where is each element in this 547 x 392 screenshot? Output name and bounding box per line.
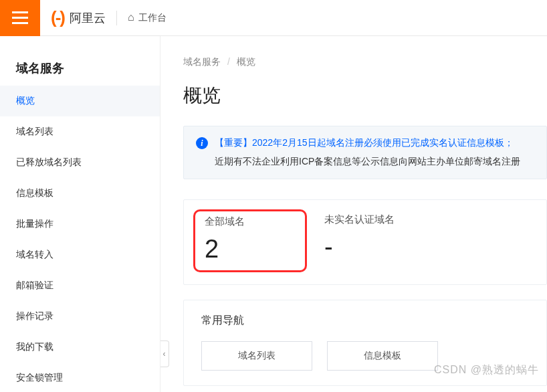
quick-nav-templates[interactable]: 信息模板 xyxy=(327,341,438,371)
sidebar-item-security-lock[interactable]: 安全锁管理 xyxy=(0,363,160,392)
stats-card: 全部域名 2 未实名认证域名 - xyxy=(183,199,547,285)
sidebar-item-domain-list[interactable]: 域名列表 xyxy=(0,116,160,147)
stat-value: - xyxy=(324,233,529,262)
stat-unverified-domains[interactable]: 未实名认证域名 - xyxy=(307,213,546,268)
sidebar-item-overview[interactable]: 概览 xyxy=(0,86,160,116)
logo-icon: (-) xyxy=(51,7,64,28)
quick-nav-card: 常用导航 域名列表 信息模板 xyxy=(183,300,547,386)
body: 域名服务 概览 域名列表 已释放域名列表 信息模板 批量操作 域名转入 邮箱验证… xyxy=(0,36,547,392)
collapse-handle[interactable]: ‹ xyxy=(160,340,169,367)
sidebar-item-downloads[interactable]: 我的下载 xyxy=(0,332,160,363)
breadcrumb-root[interactable]: 域名服务 xyxy=(183,56,221,67)
logo-text: 阿里云 xyxy=(70,10,106,26)
stat-total-domains[interactable]: 全部域名 2 xyxy=(193,209,307,272)
workspace-link[interactable]: ⌂ 工作台 xyxy=(128,12,167,24)
stat-value: 2 xyxy=(205,235,288,264)
sidebar-item-batch[interactable]: 批量操作 xyxy=(0,209,160,239)
stat-label: 未实名认证域名 xyxy=(324,213,529,226)
home-icon: ⌂ xyxy=(128,11,134,23)
logo[interactable]: (-) 阿里云 xyxy=(40,7,106,28)
sidebar-item-email-verify[interactable]: 邮箱验证 xyxy=(0,270,160,301)
sidebar-item-released[interactable]: 已释放域名列表 xyxy=(0,147,160,178)
quick-nav-domain-list[interactable]: 域名列表 xyxy=(201,341,312,371)
sidebar-item-logs[interactable]: 操作记录 xyxy=(0,301,160,332)
breadcrumb: 域名服务 / 概览 xyxy=(183,56,547,68)
breadcrumb-separator: / xyxy=(227,56,230,67)
divider xyxy=(116,11,117,25)
sidebar-item-transfer[interactable]: 域名转入 xyxy=(0,239,160,270)
main-content: 域名服务 / 概览 概览 i 【重要】2022年2月15日起域名注册必须使用已完… xyxy=(160,36,547,392)
sidebar-title: 域名服务 xyxy=(0,54,160,86)
workspace-label: 工作台 xyxy=(138,12,167,24)
sidebar: 域名服务 概览 域名列表 已释放域名列表 信息模板 批量操作 域名转入 邮箱验证… xyxy=(0,36,160,392)
alert-line1[interactable]: 【重要】2022年2月15日起域名注册必须使用已完成实名认证信息模板； xyxy=(215,137,514,149)
alert-line2: 近期有不法企业利用ICP备案信息等公示信息向网站主办单位邮寄域名注册 xyxy=(196,156,534,168)
stat-label: 全部域名 xyxy=(205,215,288,228)
menu-button[interactable] xyxy=(0,0,40,36)
page-title: 概览 xyxy=(183,83,547,108)
header: (-) 阿里云 ⌂ 工作台 xyxy=(0,0,547,36)
breadcrumb-current: 概览 xyxy=(237,56,255,67)
quick-nav-title: 常用导航 xyxy=(201,314,529,328)
alert-box: i 【重要】2022年2月15日起域名注册必须使用已完成实名认证信息模板； 近期… xyxy=(183,126,547,179)
sidebar-item-templates[interactable]: 信息模板 xyxy=(0,178,160,209)
info-icon: i xyxy=(196,137,208,149)
